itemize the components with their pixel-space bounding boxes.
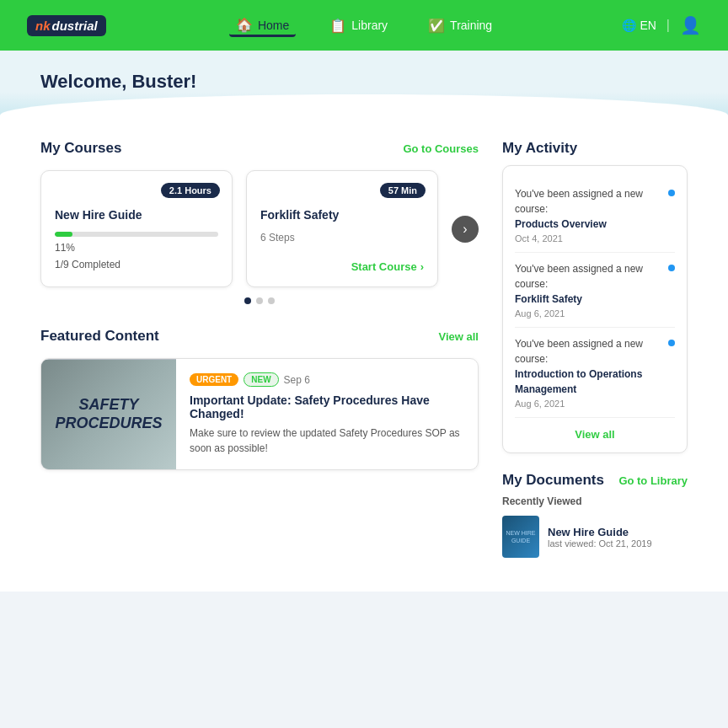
dot-2[interactable] xyxy=(256,297,263,304)
dot-3[interactable] xyxy=(268,297,275,304)
globe-icon: 🌐 xyxy=(622,19,636,32)
courses-container: 2.1 Hours New Hire Guide 11% 1/9 Complet… xyxy=(40,170,479,287)
activity-date-0: Oct 4, 2021 xyxy=(515,233,661,244)
activity-label-1: You've been assigned a new course: xyxy=(515,261,661,292)
course-progress-text-0: 11% xyxy=(55,242,218,254)
right-panel: My Activity You've been assigned a new c… xyxy=(502,140,688,558)
featured-date: Sep 6 xyxy=(284,374,310,386)
nav-training[interactable]: ✅ Training xyxy=(421,13,499,37)
safety-line-1: SAFETY xyxy=(78,396,138,415)
logo[interactable]: nk dustrial xyxy=(27,15,106,36)
doc-item-0: NEW HIREGUIDE New Hire Guide last viewed… xyxy=(502,516,688,558)
activity-item-0: You've been assigned a new course: Produ… xyxy=(515,178,675,253)
new-tag: NEW xyxy=(244,372,278,387)
featured-body: URGENT NEW Sep 6 Important Update: Safet… xyxy=(176,359,478,469)
doc-info-0: New Hire Guide last viewed: Oct 21, 2019 xyxy=(548,526,652,549)
featured-view-all-link[interactable]: View all xyxy=(439,330,479,343)
course-badge-1: 57 Min xyxy=(380,183,426,198)
go-to-library-link[interactable]: Go to Library xyxy=(618,474,688,487)
carousel-dots xyxy=(40,297,479,304)
featured-tags: URGENT NEW Sep 6 xyxy=(190,372,464,387)
activity-title: My Activity xyxy=(502,140,577,157)
main-content: My Courses Go to Courses 2.1 Hours New H… xyxy=(0,120,728,592)
activity-item-0-text: You've been assigned a new course: Produ… xyxy=(515,186,661,244)
activity-card: You've been assigned a new course: Produ… xyxy=(502,165,688,453)
activity-name-2: Introduction to Operations Management xyxy=(515,367,661,397)
welcome-title: Welcome, Buster! xyxy=(40,71,688,93)
chevron-right-icon: › xyxy=(420,260,424,273)
recently-viewed-label: Recently Viewed xyxy=(502,495,688,507)
start-course-button[interactable]: Start Course › xyxy=(260,260,424,273)
featured-section: Featured Content View all SAFETY PROCEDU… xyxy=(40,328,479,470)
urgent-tag: URGENT xyxy=(190,373,238,386)
progress-bar-0 xyxy=(55,232,218,237)
language-label: EN xyxy=(640,19,656,32)
doc-date-0: last viewed: Oct 21, 2019 xyxy=(548,538,652,549)
documents-title: My Documents xyxy=(502,472,604,489)
safety-line-2: PROCEDURES xyxy=(55,415,162,433)
nav-right: 🌐 EN | 👤 xyxy=(622,15,701,35)
activity-dot-0 xyxy=(668,190,675,196)
courses-section: My Courses Go to Courses 2.1 Hours New H… xyxy=(40,140,479,304)
activity-item-1: You've been assigned a new course: Forkl… xyxy=(515,253,675,328)
logo-accent: nk xyxy=(35,19,51,33)
featured-title: Featured Content xyxy=(40,328,159,345)
activity-name-0: Products Overview xyxy=(515,217,661,232)
activity-item-2: You've been assigned a new course: Intro… xyxy=(515,328,675,418)
featured-image: SAFETY PROCEDURES xyxy=(41,359,176,469)
featured-card: SAFETY PROCEDURES URGENT NEW Sep 6 Impor… xyxy=(40,358,479,470)
nav-links: 🏠 Home 📋 Library ✅ Training xyxy=(133,13,596,37)
nav-divider: | xyxy=(666,18,670,33)
nav-home-label: Home xyxy=(258,19,289,32)
nav-library-label: Library xyxy=(351,19,388,32)
nav-home[interactable]: 🏠 Home xyxy=(229,13,296,37)
doc-thumbnail-0: NEW HIREGUIDE xyxy=(502,516,539,558)
nav-library[interactable]: 📋 Library xyxy=(323,13,394,37)
main-left: My Courses Go to Courses 2.1 Hours New H… xyxy=(40,140,479,558)
home-icon: 🏠 xyxy=(236,17,253,33)
course-card-0: 2.1 Hours New Hire Guide 11% 1/9 Complet… xyxy=(40,170,233,287)
safety-procedures-image: SAFETY PROCEDURES xyxy=(41,360,176,469)
activity-label-0: You've been assigned a new course: xyxy=(515,186,661,217)
activity-name-1: Forklift Safety xyxy=(515,292,661,307)
activity-dot-2 xyxy=(668,340,675,346)
documents-header: My Documents Go to Library xyxy=(502,472,688,489)
go-to-courses-link[interactable]: Go to Courses xyxy=(403,142,479,155)
course-steps-1: 6 Steps xyxy=(260,232,424,244)
doc-name-0[interactable]: New Hire Guide xyxy=(548,526,652,538)
progress-fill-0 xyxy=(55,232,72,237)
activity-date-1: Aug 6, 2021 xyxy=(515,308,661,318)
activity-view-all[interactable]: View all xyxy=(515,428,675,441)
courses-title: My Courses xyxy=(40,140,121,157)
activity-item-1-text: You've been assigned a new course: Forkl… xyxy=(515,261,661,318)
logo-text: dustrial xyxy=(52,19,98,33)
courses-header: My Courses Go to Courses xyxy=(40,140,479,157)
dot-1[interactable] xyxy=(244,297,251,304)
nav-training-label: Training xyxy=(450,19,492,32)
hero-banner: Welcome, Buster! xyxy=(0,51,728,120)
course-card-1: 57 Min Forklift Safety 6 Steps Start Cou… xyxy=(246,170,438,287)
course-completed-0: 1/9 Completed xyxy=(55,259,218,270)
activity-section: My Activity You've been assigned a new c… xyxy=(502,140,688,453)
activity-item-2-text: You've been assigned a new course: Intro… xyxy=(515,336,661,409)
activity-dot-1 xyxy=(668,265,675,271)
featured-header: Featured Content View all xyxy=(40,328,479,345)
course-badge-0: 2.1 Hours xyxy=(161,183,220,198)
activity-date-2: Aug 6, 2021 xyxy=(515,399,661,409)
documents-section: My Documents Go to Library Recently View… xyxy=(502,472,688,558)
carousel-next-button[interactable]: › xyxy=(452,216,479,243)
featured-card-desc: Make sure to review the updated Safety P… xyxy=(190,426,464,456)
course-cards: 2.1 Hours New Hire Guide 11% 1/9 Complet… xyxy=(40,170,438,287)
user-profile-icon[interactable]: 👤 xyxy=(680,15,701,35)
course-title-1: Forklift Safety xyxy=(260,208,424,222)
navbar: nk dustrial 🏠 Home 📋 Library ✅ Training … xyxy=(0,0,728,51)
library-icon: 📋 xyxy=(329,18,346,34)
featured-card-title[interactable]: Important Update: Safety Procedures Have… xyxy=(190,393,464,420)
course-title-0: New Hire Guide xyxy=(55,208,218,222)
activity-label-2: You've been assigned a new course: xyxy=(515,336,661,367)
training-icon: ✅ xyxy=(428,18,445,34)
progress-pct-0: 11 xyxy=(55,242,66,254)
start-course-label: Start Course xyxy=(351,260,417,273)
language-selector[interactable]: 🌐 EN xyxy=(622,19,656,32)
activity-header: My Activity xyxy=(502,140,688,157)
